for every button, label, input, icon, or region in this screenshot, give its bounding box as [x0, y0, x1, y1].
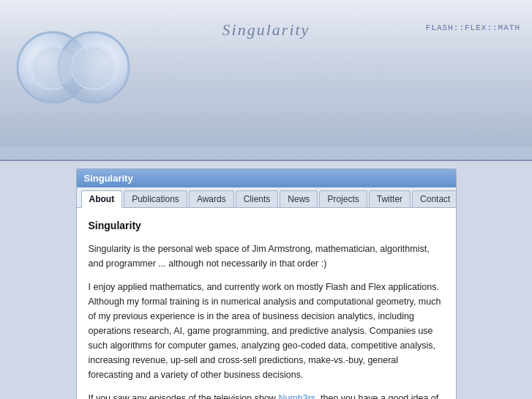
header-banner: Singularity FLASH::FLEX::MATH [0, 0, 532, 161]
paragraph-2: I enjoy applied mathematics, and current… [89, 280, 444, 382]
numb3rs-link[interactable]: Numb3rs [278, 393, 315, 399]
site-title: Singularity [222, 20, 310, 40]
tab-publications[interactable]: Publications [124, 190, 187, 207]
paragraph-1: Singularity is the personal web space of… [89, 242, 444, 271]
svg-point-11 [32, 47, 73, 88]
paragraph-3-before: If you saw any episodes of the televisio… [89, 393, 279, 399]
tab-about[interactable]: About [81, 190, 123, 208]
content-title-bar: Singularity [77, 169, 456, 187]
svg-point-12 [73, 47, 114, 88]
tab-twitter[interactable]: Twitter [369, 190, 411, 207]
content-body: Singularity Singularity is the personal … [77, 208, 456, 399]
tab-clients[interactable]: Clients [236, 190, 279, 207]
content-box: Singularity About Publications Awards Cl… [76, 168, 457, 399]
tab-awards[interactable]: Awards [189, 190, 234, 207]
infinity-logo [7, 15, 139, 117]
tabs-bar: About Publications Awards Clients News P… [77, 187, 456, 208]
page-heading: Singularity [89, 218, 444, 234]
paragraph-3: If you saw any episodes of the televisio… [89, 391, 444, 399]
svg-rect-6 [0, 146, 532, 161]
main-content-area: Singularity About Publications Awards Cl… [0, 161, 532, 399]
content-box-title: Singularity [84, 173, 133, 184]
tab-contact[interactable]: Contact [412, 190, 456, 207]
header-subtitle: FLASH::FLEX::MATH [426, 23, 520, 32]
tab-news[interactable]: News [280, 190, 318, 207]
tab-projects[interactable]: Projects [319, 190, 367, 207]
